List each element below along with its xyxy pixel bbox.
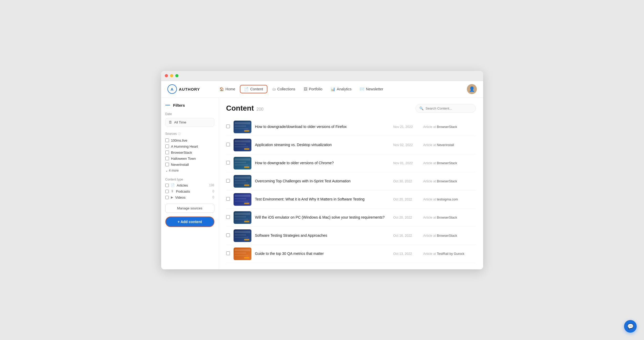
top-nav: A AUTHORY 🏠 Home 📄 Content 🗂 Collections…	[161, 81, 483, 98]
nav-item-home[interactable]: 🏠 Home	[216, 85, 239, 93]
maximize-button[interactable]	[175, 74, 178, 77]
row-source: Article at BrowserStack	[423, 179, 476, 183]
row-checkbox-3[interactable]	[226, 179, 230, 184]
svg-rect-13	[235, 164, 248, 166]
svg-rect-16	[235, 177, 250, 179]
date-value: All Time	[174, 120, 186, 124]
row-title: Will the iOS emulator on PC (Windows & M…	[255, 215, 390, 220]
row-info: Overcoming Top Challenges with In-Sprint…	[255, 179, 390, 184]
app-window: A AUTHORY 🏠 Home 📄 Content 🗂 Collections…	[161, 71, 483, 269]
search-box[interactable]: 🔍	[415, 104, 476, 113]
svg-rect-1	[235, 122, 250, 124]
content-thumbnail	[234, 229, 251, 242]
nav-item-portfolio[interactable]: 🖼 Portfolio	[300, 85, 326, 93]
row-title: Guide to the top 30 QA metrics that matt…	[255, 251, 390, 256]
content-thumbnail	[234, 157, 251, 169]
source-halloween-checkbox[interactable]	[165, 157, 169, 160]
close-button[interactable]	[165, 74, 168, 77]
minimize-button[interactable]	[170, 74, 173, 77]
row-source: Article at BrowserStack	[423, 216, 476, 219]
nav-label-newsletter: Newsletter	[366, 87, 383, 91]
row-date: Oct 20, 2022	[393, 216, 420, 219]
add-content-button[interactable]: + Add content	[165, 217, 214, 227]
table-row: Will the iOS emulator on PC (Windows & M…	[226, 209, 476, 227]
source-100ms[interactable]: 100ms.live	[165, 138, 214, 142]
type-videos-label: Videos	[175, 195, 186, 199]
row-checkbox-input-6[interactable]	[226, 233, 230, 237]
source-neverinstall-checkbox[interactable]	[165, 163, 169, 166]
table-row: Overcoming Top Challenges with In-Sprint…	[226, 172, 476, 190]
date-dropdown[interactable]: 🗓 All Time	[165, 118, 214, 127]
row-checkbox-input-7[interactable]	[226, 251, 230, 255]
source-halloween-label: Halloween Town	[171, 157, 196, 161]
filter-title: Filters	[165, 103, 214, 107]
type-podcasts-checkbox[interactable]	[165, 190, 169, 193]
nav-item-analytics[interactable]: 📊 Analytics	[327, 85, 355, 93]
svg-rect-37	[235, 252, 246, 254]
chat-icon: 💬	[627, 323, 634, 329]
nav-item-newsletter[interactable]: ✉️ Newsletter	[356, 85, 387, 93]
more-sources-link[interactable]: ⌄ 4 more	[165, 169, 214, 172]
nav-item-collections[interactable]: 🗂 Collections	[268, 85, 299, 93]
traffic-lights	[165, 74, 178, 77]
content-type-label: Content type	[165, 178, 214, 181]
row-checkbox-input-2[interactable]	[226, 161, 230, 164]
source-humming-label: A Humming Heart	[171, 145, 198, 148]
row-checkbox-input-5[interactable]	[226, 215, 230, 219]
row-checkbox-input-4[interactable]	[226, 197, 230, 201]
title-bar	[161, 71, 483, 81]
row-checkbox-input-3[interactable]	[226, 179, 230, 183]
source-halloween[interactable]: Halloween Town	[165, 157, 214, 161]
row-checkbox-input-0[interactable]	[226, 125, 230, 128]
nav-label-collections: Collections	[277, 87, 295, 91]
svg-rect-9	[244, 148, 249, 150]
chat-button[interactable]: 💬	[624, 320, 637, 333]
row-checkbox-6[interactable]	[226, 233, 230, 238]
filter-line-icon	[165, 105, 170, 105]
manage-sources-button[interactable]: Manage sources	[165, 204, 214, 213]
type-articles-checkbox[interactable]	[165, 184, 169, 187]
type-articles[interactable]: 📄 Articles 198	[165, 183, 214, 187]
row-source: Article at BrowserStack	[423, 234, 476, 238]
source-browserstack[interactable]: BrowserStack	[165, 151, 214, 154]
logo[interactable]: A AUTHORY	[167, 84, 200, 94]
row-checkbox-4[interactable]	[226, 197, 230, 202]
row-checkbox-5[interactable]	[226, 215, 230, 220]
content-list: How to downgrade/download to older versi…	[226, 118, 476, 263]
type-videos[interactable]: ▶ Videos 0	[165, 195, 214, 199]
nav-label-content: Content	[250, 87, 263, 91]
svg-rect-12	[235, 162, 246, 163]
svg-rect-11	[235, 158, 250, 161]
sources-section: Sources ⓘ 100ms.live A Humming Heart Bro…	[165, 132, 214, 172]
source-browserstack-checkbox[interactable]	[165, 151, 169, 154]
svg-rect-4	[244, 130, 249, 132]
nav-item-content[interactable]: 📄 Content	[240, 85, 267, 93]
row-checkbox-0[interactable]	[226, 125, 230, 129]
source-100ms-checkbox[interactable]	[165, 138, 169, 142]
source-neverinstall[interactable]: Neverinstall	[165, 163, 214, 167]
avatar[interactable]: 👤	[467, 84, 477, 94]
row-checkbox-2[interactable]	[226, 161, 230, 166]
row-checkbox-7[interactable]	[226, 251, 230, 256]
row-date: Oct 30, 2022	[393, 179, 420, 183]
row-source: Article at testsigma.com	[423, 198, 476, 201]
source-humming-checkbox[interactable]	[165, 145, 169, 148]
source-humming[interactable]: A Humming Heart	[165, 145, 214, 148]
source-100ms-label: 100ms.live	[171, 138, 187, 142]
svg-rect-38	[235, 255, 248, 256]
row-checkbox-input-1[interactable]	[226, 143, 230, 146]
type-podcasts[interactable]: 🎙 Podcasts 0	[165, 189, 214, 193]
logo-text: AUTHORY	[179, 87, 200, 91]
table-row: Test Environment: What it is And Why It …	[226, 190, 476, 209]
svg-rect-33	[235, 237, 248, 238]
search-input[interactable]	[426, 106, 472, 110]
svg-rect-23	[235, 200, 248, 202]
svg-rect-36	[235, 249, 250, 251]
table-row: Application streaming vs. Desktop virtua…	[226, 136, 476, 154]
source-neverinstall-label: Neverinstall	[171, 163, 189, 167]
content-thumbnail	[234, 175, 251, 188]
type-videos-checkbox[interactable]	[165, 196, 169, 199]
row-checkbox-1[interactable]	[226, 143, 230, 147]
newsletter-icon: ✉️	[360, 87, 364, 91]
type-podcasts-label: Podcasts	[176, 189, 190, 193]
